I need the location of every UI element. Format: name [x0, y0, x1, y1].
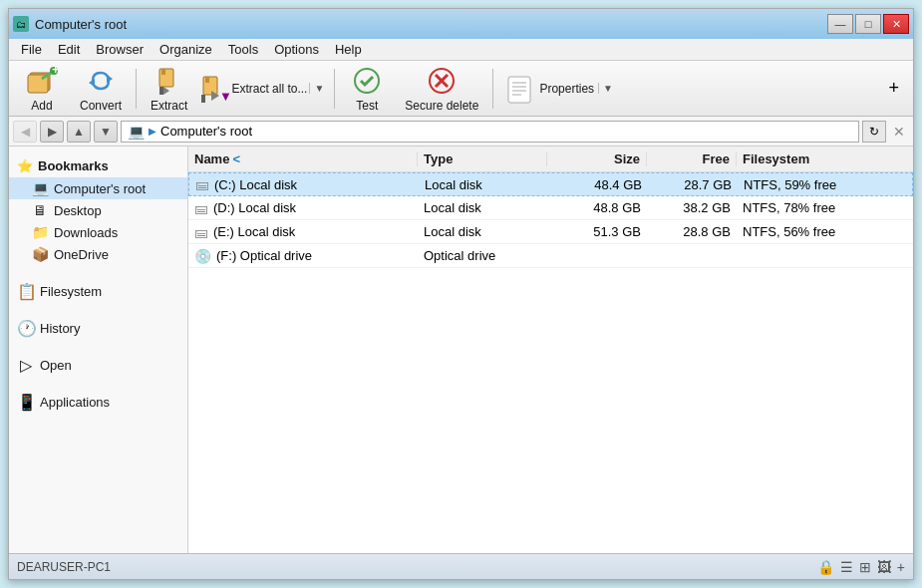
properties-dropdown-icon[interactable]: ▼: [598, 83, 613, 94]
history-label: History: [40, 321, 80, 336]
address-close-button[interactable]: ✕: [889, 121, 909, 143]
cell-type-1: Local disk: [418, 200, 547, 215]
add-icon: +: [26, 65, 58, 97]
forward-button[interactable]: ▶: [40, 121, 64, 143]
extract-all-button[interactable]: ▼ Extract all to... ▼: [198, 65, 329, 113]
secure-delete-button[interactable]: Secure delete: [396, 60, 487, 118]
menu-bar: File Edit Browser Organize Tools Options…: [9, 39, 913, 61]
col-name-label: Name: [194, 151, 229, 166]
onedrive-label: OneDrive: [54, 247, 109, 262]
svg-rect-10: [159, 87, 163, 95]
menu-help[interactable]: Help: [327, 40, 370, 59]
disk-icon-3: 💿: [194, 248, 211, 264]
computers-root-label: Computer's root: [54, 181, 146, 196]
minimize-button[interactable]: —: [827, 14, 853, 34]
bookmarks-section: ⭐ Bookmarks 💻 Computer's root 🖥 Desktop …: [9, 154, 187, 265]
open-icon: ▷: [17, 356, 35, 375]
history-icon: 🕐: [17, 319, 35, 338]
cell-type-3: Optical drive: [418, 248, 547, 263]
sidebar-item-onedrive[interactable]: 📦 OneDrive: [9, 243, 187, 265]
col-header-size[interactable]: Size: [547, 151, 647, 166]
toolbar-more-button[interactable]: +: [880, 74, 907, 103]
secure-delete-icon: [426, 65, 458, 97]
extract-all-dropdown[interactable]: ▼: [309, 83, 328, 94]
back-button[interactable]: ◀: [13, 121, 37, 143]
address-field[interactable]: 💻 ▶ Computer's root: [121, 121, 859, 143]
col-free-label: Free: [703, 151, 730, 166]
applications-label: Applications: [40, 395, 110, 410]
svg-rect-14: [201, 95, 205, 103]
table-row[interactable]: 💿 (F:) Optical drive Optical drive: [188, 244, 913, 268]
col-header-free[interactable]: Free: [647, 151, 737, 166]
main-area: ⭐ Bookmarks 💻 Computer's root 🖥 Desktop …: [9, 147, 913, 553]
status-icons: 🔒 ☰ ⊞ 🖼 +: [817, 559, 905, 575]
cell-fs-2: NTFS, 56% free: [737, 224, 913, 239]
col-type-label: Type: [424, 151, 453, 166]
extract-all-label: Extract all to...: [231, 82, 307, 96]
menu-options[interactable]: Options: [266, 40, 327, 59]
menu-organize[interactable]: Organize: [152, 40, 220, 59]
downloads-icon: 📁: [31, 224, 49, 240]
disk-icon-2: 🖴: [194, 224, 208, 240]
preview-icon[interactable]: 🖼: [877, 559, 891, 575]
close-button[interactable]: ✕: [883, 14, 909, 34]
file-list: Name < Type Size Free Filesystem: [188, 147, 913, 553]
properties-button[interactable]: Properties ▼: [498, 65, 618, 113]
disk-icon-1: 🖴: [194, 200, 208, 216]
add-button[interactable]: + Add: [15, 60, 69, 118]
up-button[interactable]: ▲: [67, 121, 91, 143]
title-bar: 🗂 Computer's root — □ ✕: [9, 9, 913, 39]
col-name-sort: <: [232, 151, 240, 166]
sidebar: ⭐ Bookmarks 💻 Computer's root 🖥 Desktop …: [9, 147, 188, 553]
sidebar-item-downloads[interactable]: 📁 Downloads: [9, 221, 187, 243]
col-header-name[interactable]: Name <: [188, 151, 418, 166]
col-header-filesystem[interactable]: Filesystem: [737, 151, 913, 166]
cell-fs-1: NTFS, 78% free: [737, 200, 913, 215]
sidebar-item-desktop[interactable]: 🖥 Desktop: [9, 199, 187, 221]
dropdown-button[interactable]: ▼: [94, 121, 118, 143]
table-row[interactable]: 🖴 (D:) Local disk Local disk 48.8 GB 38.…: [188, 196, 913, 220]
table-row[interactable]: 🖴 (C:) Local disk Local disk 48.4 GB 28.…: [188, 172, 913, 196]
cell-name-2: 🖴 (E:) Local disk: [188, 224, 418, 240]
add-label: Add: [31, 99, 52, 113]
convert-label: Convert: [80, 99, 122, 113]
cell-free-1: 38.2 GB: [647, 200, 737, 215]
bookmarks-icon: ⭐: [17, 158, 33, 173]
menu-tools[interactable]: Tools: [220, 40, 266, 59]
menu-edit[interactable]: Edit: [50, 40, 88, 59]
sidebar-item-computers-root[interactable]: 💻 Computer's root: [9, 177, 187, 199]
extract-all-icon: ▼: [199, 73, 231, 105]
maximize-button[interactable]: □: [855, 14, 881, 34]
sidebar-item-filesystem[interactable]: 📋 Filesystem: [9, 277, 187, 306]
secure-delete-label: Secure delete: [405, 99, 478, 113]
address-bar: ◀ ▶ ▲ ▼ 💻 ▶ Computer's root ↻ ✕: [9, 117, 913, 147]
svg-rect-12: [205, 77, 209, 83]
add-panel-icon[interactable]: +: [897, 559, 905, 575]
window-title: Computer's root: [35, 17, 127, 32]
sidebar-item-applications[interactable]: 📱 Applications: [9, 388, 187, 417]
refresh-button[interactable]: ↻: [862, 121, 886, 143]
extract-button[interactable]: Extract: [142, 60, 196, 118]
filesystem-icon: 📋: [17, 282, 35, 301]
desktop-icon: 🖥: [31, 202, 49, 218]
menu-browser[interactable]: Browser: [88, 40, 152, 59]
test-button[interactable]: Test: [340, 60, 394, 118]
convert-button[interactable]: Convert: [71, 60, 131, 118]
list-view-icon[interactable]: ☰: [840, 559, 853, 575]
cell-free-2: 28.8 GB: [647, 224, 737, 239]
bookmarks-header[interactable]: ⭐ Bookmarks: [9, 154, 187, 177]
col-size-label: Size: [614, 151, 640, 166]
filesystem-label: Filesystem: [40, 284, 102, 299]
lock-icon[interactable]: 🔒: [817, 559, 834, 575]
menu-file[interactable]: File: [13, 40, 50, 59]
sidebar-item-history[interactable]: 🕐 History: [9, 314, 187, 343]
col-fs-label: Filesystem: [743, 151, 809, 166]
table-row[interactable]: 🖴 (E:) Local disk Local disk 51.3 GB 28.…: [188, 220, 913, 244]
grid-view-icon[interactable]: ⊞: [859, 559, 871, 575]
toolbar-separator-1: [136, 69, 137, 109]
col-header-type[interactable]: Type: [418, 151, 547, 166]
sidebar-item-open[interactable]: ▷ Open: [9, 351, 187, 380]
extract-label: Extract: [151, 99, 187, 113]
svg-rect-20: [508, 77, 530, 103]
sidebar-separator-4: [9, 380, 187, 388]
